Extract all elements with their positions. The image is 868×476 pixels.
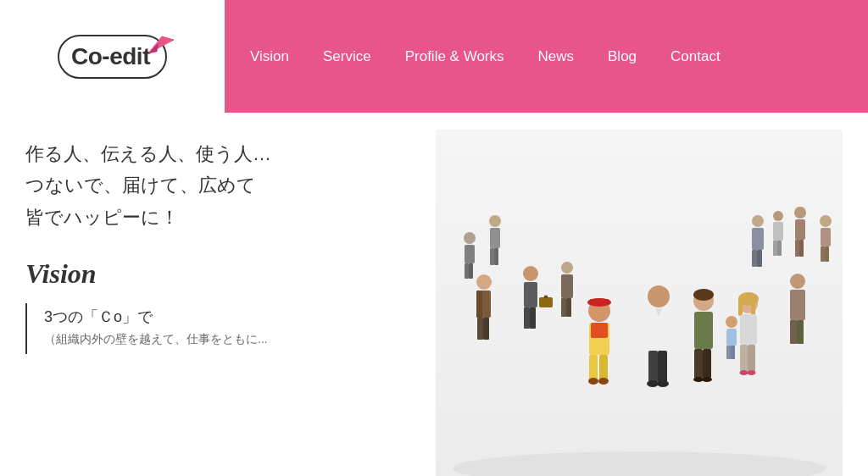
svg-point-67 [561, 262, 573, 274]
svg-rect-30 [483, 318, 489, 340]
svg-rect-14 [795, 240, 799, 257]
left-content: 作る人、伝える人、使う人… つないで、届けて、広めて 皆でハッピーに！ Visi… [25, 138, 436, 476]
vision-subtext: 3つの「Ｃo」で [44, 307, 268, 327]
svg-rect-36 [589, 355, 598, 380]
svg-rect-65 [790, 320, 797, 344]
tagline: 作る人、伝える人、使う人… つないで、届けて、広めて 皆でハッピーに！ [25, 138, 419, 233]
svg-rect-56 [738, 299, 743, 316]
nav-news[interactable]: News [538, 48, 575, 65]
svg-rect-10 [490, 248, 494, 265]
svg-rect-80 [726, 329, 737, 346]
svg-point-20 [523, 266, 538, 281]
vision-bar: 3つの「Ｃo」で （組織内外の壁を越えて、仕事をともに... [25, 303, 419, 354]
logo-box: Co-edit [58, 35, 167, 79]
svg-rect-37 [599, 355, 608, 380]
svg-rect-58 [740, 314, 757, 345]
svg-rect-15 [799, 240, 804, 257]
svg-rect-24 [539, 297, 553, 307]
svg-point-79 [726, 316, 737, 328]
svg-rect-5 [465, 245, 475, 263]
svg-rect-66 [797, 320, 804, 344]
svg-rect-35 [591, 323, 608, 338]
svg-rect-7 [469, 263, 473, 279]
svg-point-40 [648, 285, 670, 307]
svg-point-12 [794, 207, 806, 219]
vision-title: Vision [25, 258, 419, 290]
svg-rect-60 [748, 345, 755, 372]
svg-point-4 [464, 232, 476, 244]
svg-rect-44 [658, 351, 667, 383]
svg-rect-72 [752, 228, 764, 250]
svg-rect-43 [648, 351, 658, 383]
svg-rect-82 [731, 346, 735, 359]
svg-rect-11 [494, 248, 498, 265]
svg-point-16 [820, 215, 832, 227]
svg-rect-68 [561, 274, 573, 298]
people-scene-container [436, 130, 843, 476]
svg-rect-74 [757, 250, 762, 267]
main-content: 作る人、伝える人、使う人… つないで、届けて、広めて 皆でハッピーに！ Visi… [0, 113, 868, 476]
vision-divider [25, 303, 27, 354]
main-nav: Vision Service Profile & Works News Blog… [225, 0, 868, 113]
svg-rect-64 [790, 290, 805, 320]
svg-point-71 [752, 215, 764, 227]
svg-point-46 [657, 380, 669, 387]
nav-blog[interactable]: Blog [608, 48, 637, 65]
svg-rect-25 [544, 296, 548, 298]
svg-point-53 [702, 377, 712, 382]
vision-body: （組織内外の壁を越えて、仕事をともに... [44, 332, 268, 347]
svg-rect-59 [740, 345, 748, 372]
tagline-line3: 皆でハッピーに！ [25, 202, 419, 233]
svg-rect-13 [795, 219, 805, 240]
svg-rect-23 [530, 307, 536, 329]
svg-rect-28 [476, 291, 482, 318]
svg-point-26 [476, 274, 492, 290]
svg-rect-9 [490, 228, 500, 248]
svg-rect-70 [566, 298, 571, 317]
svg-rect-57 [751, 299, 755, 316]
svg-point-38 [588, 378, 598, 385]
svg-rect-21 [524, 282, 537, 307]
svg-point-39 [598, 378, 609, 385]
svg-rect-22 [524, 307, 530, 329]
svg-point-75 [773, 211, 783, 221]
svg-point-45 [647, 380, 659, 387]
svg-point-61 [740, 370, 748, 375]
svg-rect-78 [777, 241, 782, 256]
svg-point-62 [748, 370, 756, 375]
paper-plane-icon [145, 26, 175, 57]
svg-marker-1 [148, 43, 159, 53]
svg-rect-33 [589, 299, 609, 304]
svg-rect-81 [726, 346, 731, 359]
nav-vision[interactable]: Vision [250, 48, 289, 65]
people-scene-svg [436, 130, 843, 476]
nav-profile[interactable]: Profile & Works [405, 48, 504, 65]
svg-point-48 [693, 289, 714, 301]
tagline-line2: つないで、届けて、広めて [25, 169, 419, 201]
svg-rect-76 [773, 222, 783, 241]
tagline-line1: 作る人、伝える人、使う人… [25, 138, 419, 169]
logo-text: Co-edit [71, 43, 150, 70]
svg-rect-50 [694, 349, 703, 379]
svg-rect-17 [821, 228, 831, 246]
svg-point-8 [489, 215, 501, 227]
svg-point-63 [790, 274, 805, 289]
svg-rect-18 [821, 246, 825, 262]
svg-rect-29 [477, 318, 483, 340]
svg-rect-51 [703, 349, 711, 379]
svg-rect-69 [561, 298, 566, 317]
svg-rect-6 [465, 263, 469, 279]
vision-content: 3つの「Ｃo」で （組織内外の壁を越えて、仕事をともに... [44, 303, 268, 354]
header: Co-edit Vision Service Profile & Works N… [0, 0, 868, 113]
svg-rect-19 [825, 246, 829, 262]
svg-rect-73 [752, 250, 757, 267]
svg-rect-77 [773, 241, 777, 256]
svg-rect-49 [694, 312, 713, 349]
nav-service[interactable]: Service [323, 48, 371, 65]
nav-contact[interactable]: Contact [670, 48, 721, 65]
logo-area: Co-edit [0, 0, 225, 113]
svg-point-3 [453, 451, 826, 476]
